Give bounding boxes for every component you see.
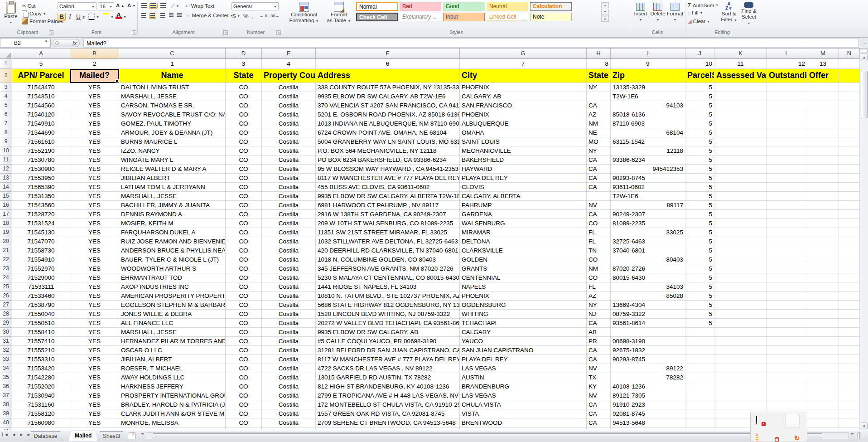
font-name-select[interactable]: Calibri▼ — [58, 2, 96, 10]
cell-H7[interactable]: NM — [587, 119, 611, 128]
cell-G9[interactable]: SAINT LOUIS — [460, 137, 587, 146]
cell-G35[interactable]: AUSTIN — [460, 373, 587, 382]
cell-D19[interactable]: CO — [226, 228, 262, 237]
cell-I32[interactable]: 92675-1832 — [611, 346, 685, 355]
cell-H12[interactable]: CA — [587, 165, 611, 174]
cell-C37[interactable]: PROSPERTY INTERNATIONAL GROUP I — [119, 391, 226, 400]
cell-F22[interactable]: 1018 N. COLUMBINE GOLDEN, CO 80403 — [316, 255, 460, 264]
cell-J27[interactable]: 5 — [685, 301, 714, 310]
cell-M11[interactable] — [807, 155, 839, 165]
cell-J37[interactable] — [685, 391, 714, 400]
row-header-3[interactable]: 3 — [0, 83, 12, 92]
cell-A23[interactable]: 71552970 — [12, 264, 70, 273]
align-bottom-button[interactable] — [159, 3, 168, 9]
cell-D24[interactable]: CO — [226, 273, 262, 282]
cell-K10[interactable] — [714, 146, 767, 155]
cell-I8[interactable]: 68104 — [611, 128, 685, 137]
cell-I31[interactable]: 00698-3190 — [611, 337, 685, 346]
cell-B16[interactable]: YES — [70, 201, 119, 210]
cell-K15[interactable] — [714, 192, 767, 201]
cell-K18[interactable] — [714, 219, 767, 228]
cell-J39[interactable] — [685, 409, 714, 418]
cell-D25[interactable]: CO — [226, 282, 262, 291]
decrease-decimal-button[interactable]: .00→ — [270, 14, 280, 18]
row-header-10[interactable]: 10 — [0, 146, 12, 155]
cell-H22[interactable]: CO — [587, 255, 611, 264]
cell-C35[interactable]: AWAY HOLDINGS LLC — [119, 373, 226, 382]
cell-L5[interactable] — [767, 101, 807, 110]
cell-L35[interactable] — [767, 373, 807, 382]
font-size-select[interactable]: 16▼ — [98, 2, 114, 10]
cell-G8[interactable]: OMAHA — [460, 128, 587, 137]
cell-I27[interactable]: 13669-4304 — [611, 301, 685, 310]
cell-H9[interactable]: MO — [587, 137, 611, 146]
cell-H27[interactable]: NY — [587, 301, 611, 310]
cell-L19[interactable] — [767, 228, 807, 237]
cell-M29[interactable] — [807, 319, 839, 328]
cell-I37[interactable]: 89121-7305 — [611, 391, 685, 400]
cell-I40[interactable]: 94513-5648 — [611, 418, 685, 427]
cell-J6[interactable]: 5 — [685, 110, 714, 119]
cell-N27[interactable] — [839, 301, 860, 310]
copy-button[interactable]: Copy ▼ — [22, 10, 46, 17]
cell-C19[interactable]: FARQUHARSON DUKEL A — [119, 228, 226, 237]
cell-L2[interactable]: Outstanding — [767, 69, 807, 83]
cell-G34[interactable]: LAS VEGAS — [460, 364, 587, 373]
cell-N4[interactable] — [839, 92, 860, 101]
cell-H34[interactable]: NV — [587, 364, 611, 373]
cell-M10[interactable] — [807, 146, 839, 155]
cell-D22[interactable]: CO — [226, 255, 262, 264]
cell-A25[interactable]: 71533111 — [12, 282, 70, 291]
cell-H2[interactable]: State — [587, 69, 611, 83]
cell-C29[interactable]: ALL FINANCE LLC — [119, 319, 226, 328]
prev-sheet-icon[interactable]: ◄ — [11, 432, 17, 437]
cell-L6[interactable] — [767, 110, 807, 119]
cell-K12[interactable] — [714, 165, 767, 174]
cell-N37[interactable] — [839, 391, 860, 400]
cell-F19[interactable]: 11351 SW 21ST STREET MIRAMAR, FL 33025 — [316, 228, 460, 237]
cell-N10[interactable] — [839, 146, 860, 155]
row-header-14[interactable]: 14 — [0, 183, 12, 192]
column-header-H[interactable]: H — [587, 49, 611, 59]
clipboard-dialog-launcher[interactable]: ↘ — [49, 30, 53, 35]
cell-N12[interactable] — [839, 165, 860, 174]
cell-F13[interactable]: 8117 W MANCHESTER AVE # 777 PLAYA DEL RE… — [316, 174, 460, 183]
cell-I10[interactable]: 12118 — [611, 146, 685, 155]
cell-I26[interactable]: 85028 — [611, 291, 685, 301]
column-header-F[interactable]: F — [316, 49, 460, 59]
cell-E20[interactable]: Costilla — [262, 237, 316, 246]
cell-K21[interactable] — [714, 246, 767, 255]
cell-J17[interactable]: 5 — [685, 210, 714, 219]
cell-A12[interactable]: 71530900 — [12, 165, 70, 174]
cell-E7[interactable]: Costilla — [262, 119, 316, 128]
cell-F32[interactable]: 31281 BELFORD DR SAN JUAN CAPISTRANO, CA… — [316, 346, 460, 355]
style-normal[interactable]: Normal — [356, 2, 398, 11]
row-header-1[interactable]: 1 — [0, 59, 12, 69]
cell-J21[interactable]: 5 — [685, 246, 714, 255]
cell-F11[interactable]: PO BOX 6234 BAKERSFIELD, CA 93386-6234 — [316, 155, 460, 165]
cell-L32[interactable] — [767, 346, 807, 355]
cell-B19[interactable]: YES — [70, 228, 119, 237]
cell-D29[interactable]: CO — [226, 319, 262, 328]
row-header-5[interactable]: 5 — [0, 101, 12, 110]
cell-E6[interactable]: Costilla — [262, 110, 316, 119]
row-header-6[interactable]: 6 — [0, 110, 12, 119]
cell-E2[interactable]: Property County — [262, 69, 316, 83]
cell-E10[interactable]: Costilla — [262, 146, 316, 155]
cell-I28[interactable]: 08759-3322 — [611, 310, 685, 319]
cell-N19[interactable] — [839, 228, 860, 237]
cell-E26[interactable]: Costilla — [262, 291, 316, 301]
cell-E15[interactable]: Costilla — [262, 192, 316, 201]
cell-F27[interactable]: 5686 STATE HIGHWAY 812 OGDENSBURG, NY 13… — [316, 301, 460, 310]
cell-J40[interactable] — [685, 418, 714, 427]
row-header-4[interactable]: 4 — [0, 92, 12, 101]
cell-G18[interactable]: WALSENBURG — [460, 219, 587, 228]
cell-A34[interactable]: 71553420 — [12, 364, 70, 373]
cell-J20[interactable]: 5 — [685, 237, 714, 246]
cell-M7[interactable] — [807, 119, 839, 128]
cell-H28[interactable]: NJ — [587, 310, 611, 319]
red-diamond-app-icon[interactable]: ◆ — [775, 435, 783, 442]
cell-N8[interactable] — [839, 128, 860, 137]
cell-G12[interactable]: HAYWARD — [460, 165, 587, 174]
font-color-button[interactable]: A — [116, 11, 122, 19]
